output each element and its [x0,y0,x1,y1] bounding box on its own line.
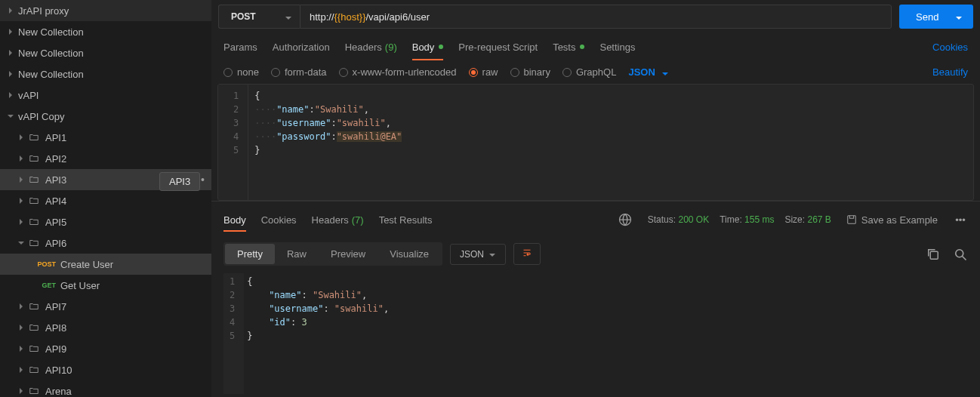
send-button[interactable]: Send [899,5,973,29]
folder-icon [29,301,39,312]
tab-body[interactable]: Body [412,33,444,60]
radio-icon [271,68,280,77]
folder-item[interactable]: API2 [0,148,211,169]
folder-label: API7 [45,301,211,312]
caret-down-icon [17,239,26,248]
body-type-row: none form-data x-www-form-urlencoded raw… [211,60,980,84]
body-type-binary[interactable]: binary [510,66,550,78]
request-tabs: Params Authorization Headers(9) Body Pre… [211,33,980,60]
response-header: Body Cookies Headers(7) Test Results Sta… [211,201,980,238]
folder-item[interactable]: API7 [0,296,211,317]
tab-headers[interactable]: Headers(9) [345,33,397,60]
response-toolbar: Pretty Raw Preview Visualize JSON [211,238,980,270]
collection-item[interactable]: New Collection [0,63,211,85]
caret-right-icon [17,365,26,374]
response-tab-cookies[interactable]: Cookies [261,208,297,232]
caret-right-icon [17,133,26,142]
tab-params[interactable]: Params [223,33,257,60]
send-label: Send [916,11,938,23]
body-type-raw[interactable]: raw [469,66,498,78]
collection-item[interactable]: JrAPI proxy [0,0,211,21]
tab-settings[interactable]: Settings [599,33,635,60]
tab-tests[interactable]: Tests [553,33,584,60]
view-visualize[interactable]: Visualize [378,244,441,264]
response-tab-testresults[interactable]: Test Results [379,208,433,232]
hover-tooltip: API3 [159,172,200,191]
request-body-editor[interactable]: 12345 { ····"name":"Swahili", ····"usern… [217,84,974,201]
url-path: /vapi/api6/user [365,11,430,23]
url-input[interactable]: http://{{host}}/vapi/api6/user [300,5,892,29]
status-code: 200 OK [678,214,709,225]
radio-icon [469,68,478,77]
collection-label: New Collection [18,69,211,80]
method-badge: POST [35,260,56,268]
response-format-select[interactable]: JSON [450,244,506,265]
request-label: Create User [60,259,211,270]
folder-item[interactable]: API4 [0,190,211,211]
view-raw[interactable]: Raw [275,244,319,264]
response-tab-headers[interactable]: Headers(7) [312,208,364,232]
save-example-button[interactable]: Save as Example [846,212,938,227]
caret-right-icon [6,69,15,78]
view-pretty[interactable]: Pretty [225,244,275,264]
collection-item[interactable]: New Collection [0,42,211,63]
collection-label: vAPI [18,90,211,101]
folder-label: Arena [45,386,211,397]
folder-item[interactable]: API8 [0,317,211,338]
method-value: POST [231,11,256,22]
code-area[interactable]: { "name": "Swahili", "username": "swahil… [244,273,968,394]
svg-point-3 [956,249,963,257]
folder-item[interactable]: API9 [0,338,211,359]
caret-right-icon [17,386,26,395]
method-select[interactable]: POST [218,5,300,29]
tab-prerequest[interactable]: Pre-request Script [458,33,538,60]
copy-icon[interactable] [926,247,941,262]
folder-item[interactable]: API6 [0,232,211,254]
status-info: Status: 200 OK Time: 155 ms Size: 267 B [648,214,831,225]
body-type-graphql[interactable]: GraphQL [562,66,616,78]
folder-item[interactable]: API5 [0,211,211,232]
response-tab-body[interactable]: Body [223,208,246,232]
tab-authorization[interactable]: Authorization [273,33,330,60]
folder-item[interactable]: API1 [0,127,211,148]
collection-label: vAPI Copy [18,111,211,122]
more-icon[interactable]: ••• [953,212,968,227]
body-type-formdata[interactable]: form-data [271,66,327,78]
caret-right-icon [6,6,15,15]
folder-label: API10 [45,365,211,376]
cookies-link[interactable]: Cookies [932,42,968,53]
radio-icon [223,68,233,77]
folder-item[interactable]: Arena [0,380,211,397]
chevron-down-icon [955,13,963,20]
folder-label: API5 [45,217,211,228]
collection-item[interactable]: vAPI Copy [0,106,211,127]
request-item[interactable]: GET Get User [0,275,211,296]
view-preview[interactable]: Preview [319,244,378,264]
folder-icon [29,343,39,354]
search-icon[interactable] [953,247,968,262]
folder-label: API8 [45,322,211,334]
body-format-select[interactable]: JSON [628,66,668,78]
caret-right-icon [17,196,26,205]
body-type-urlencoded[interactable]: x-www-form-urlencoded [339,66,457,78]
main-panel: POST http://{{host}}/vapi/api6/user Send… [211,0,980,397]
method-badge: GET [35,282,56,289]
code-area[interactable]: { ····"name":"Swahili", ····"username":"… [248,85,973,200]
wrap-lines-button[interactable] [513,243,541,265]
collections-sidebar[interactable]: JrAPI proxy New Collection New Collectio… [0,0,211,397]
globe-icon[interactable] [618,212,633,227]
response-time: 155 ms [744,214,774,225]
folder-label: API6 [45,238,211,249]
collection-item[interactable]: vAPI [0,85,211,106]
folder-item[interactable]: API10 [0,359,211,380]
beautify-link[interactable]: Beautify [932,66,968,78]
body-type-none[interactable]: none [223,66,259,78]
folder-icon [29,132,39,143]
response-body-editor[interactable]: 12345 { "name": "Swahili", "username": "… [211,270,980,397]
folder-icon [29,174,39,185]
collection-item[interactable]: New Collection [0,21,211,42]
request-item[interactable]: POST Create User [0,254,211,275]
response-size: 267 B [807,214,831,225]
caret-right-icon [17,154,26,163]
collection-label: New Collection [18,26,211,38]
